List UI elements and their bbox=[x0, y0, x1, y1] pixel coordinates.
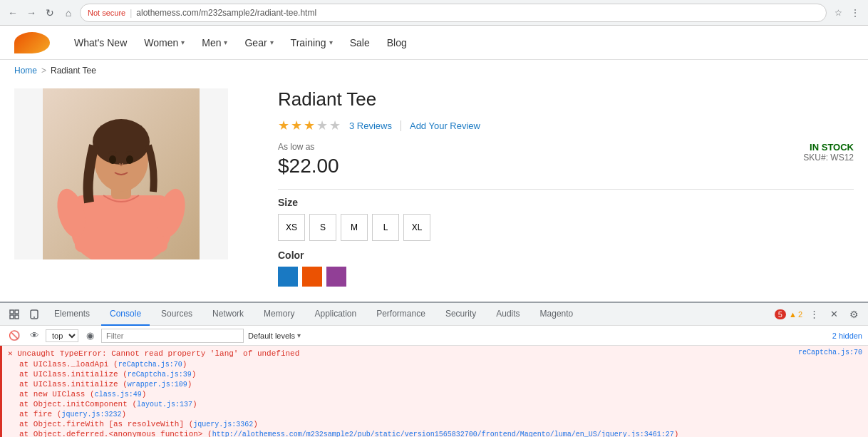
size-s[interactable]: S bbox=[309, 214, 336, 241]
chevron-down-icon: ▾ bbox=[224, 38, 227, 46]
sku-value: WS12 bbox=[830, 153, 854, 163]
svg-rect-12 bbox=[10, 315, 14, 319]
chevron-down-icon: ▾ bbox=[181, 38, 185, 46]
svg-point-9 bbox=[126, 155, 133, 164]
stack-link-5[interactable]: layout.js:137 bbox=[137, 401, 192, 408]
product-image bbox=[14, 88, 228, 259]
bookmark-button[interactable]: ☆ bbox=[831, 6, 845, 20]
devtools-settings-button[interactable]: ⚙ bbox=[845, 306, 862, 323]
stack-line-1: at UIClass._loadApi (reCaptcha.js:70) bbox=[8, 359, 862, 369]
nav-sale[interactable]: Sale bbox=[350, 37, 370, 48]
warning-badge: ▲ 2 bbox=[789, 310, 802, 319]
size-m[interactable]: M bbox=[341, 214, 368, 241]
console-error-entry: ✕ Uncaught TypeError: Cannot read proper… bbox=[0, 346, 868, 437]
star-5: ★ bbox=[329, 118, 341, 133]
stack-line-3: at UIClass.initialize (wrapper.js:109) bbox=[8, 379, 862, 389]
stack-link-3[interactable]: wrapper.js:109 bbox=[128, 381, 187, 389]
color-label: Color bbox=[278, 250, 854, 261]
star-1: ★ bbox=[278, 118, 289, 133]
stack-line-5: at Object.initComponent (layout.js:137) bbox=[8, 399, 862, 409]
console-eye-button[interactable]: 👁 bbox=[27, 329, 41, 343]
stack-link-8[interactable]: http://alothemess.com/m232sample2/pub/st… bbox=[212, 431, 674, 437]
star-2: ★ bbox=[291, 118, 302, 133]
tab-audits[interactable]: Audits bbox=[487, 303, 528, 326]
stock-info: IN STOCK SKU#: WS12 bbox=[803, 142, 854, 163]
console-levels-select[interactable]: Default levels ▾ bbox=[248, 331, 301, 340]
nav-gear[interactable]: Gear ▾ bbox=[244, 37, 273, 48]
size-l[interactable]: L bbox=[372, 214, 399, 241]
console-error-main: ✕ Uncaught TypeError: Cannot read proper… bbox=[8, 349, 862, 358]
stack-link-6[interactable]: jquery.js:3232 bbox=[61, 411, 121, 418]
console-context-eye[interactable]: ◉ bbox=[83, 329, 97, 343]
console-context-select[interactable]: top bbox=[46, 329, 78, 342]
devtools-inspect-button[interactable] bbox=[6, 306, 23, 323]
svg-point-7 bbox=[93, 119, 150, 165]
devtools-device-button[interactable] bbox=[26, 306, 43, 323]
stack-link-2[interactable]: reCaptcha.js:39 bbox=[128, 371, 192, 379]
stack-line-6: at fire (jquery.js:3232) bbox=[8, 409, 862, 419]
stack-line-4: at new UIClass (class.js:49) bbox=[8, 389, 862, 399]
tab-sources[interactable]: Sources bbox=[153, 303, 201, 326]
price-section: As low as $22.00 bbox=[278, 142, 339, 178]
tab-console[interactable]: Console bbox=[101, 303, 150, 326]
svg-point-15 bbox=[33, 317, 35, 318]
as-low-as-label: As low as bbox=[278, 142, 339, 152]
devtools-right-controls: 5 ▲ 2 ⋮ ✕ ⚙ bbox=[775, 306, 862, 323]
menu-button[interactable]: ⋮ bbox=[848, 6, 862, 20]
price-row: As low as $22.00 IN STOCK SKU#: WS12 bbox=[278, 142, 854, 178]
breadcrumb-current: Radiant Tee bbox=[51, 66, 96, 76]
size-xl[interactable]: XL bbox=[403, 214, 430, 241]
console-error-source[interactable]: reCaptcha.js:70 bbox=[798, 349, 862, 356]
nav-men[interactable]: Men ▾ bbox=[202, 37, 227, 48]
product-price: $22.00 bbox=[278, 155, 339, 178]
breadcrumb-home[interactable]: Home bbox=[14, 66, 37, 76]
devtools-close-button[interactable]: ✕ bbox=[825, 306, 842, 323]
product-layout: Radiant Tee ★ ★ ★ ★ ★ 3 Reviews Add Your… bbox=[0, 81, 868, 300]
color-orange[interactable] bbox=[302, 267, 322, 287]
warning-icon: ▲ bbox=[789, 310, 797, 319]
url-text: alothemess.com/m232sample2/radiant-tee.h… bbox=[136, 8, 316, 18]
tab-security[interactable]: Security bbox=[437, 303, 485, 326]
forward-button[interactable]: → bbox=[24, 6, 38, 20]
console-output: ✕ Uncaught TypeError: Cannot read proper… bbox=[0, 346, 868, 437]
console-filter-input[interactable] bbox=[101, 329, 244, 343]
sku: SKU#: WS12 bbox=[803, 153, 854, 163]
tab-elements[interactable]: Elements bbox=[46, 303, 98, 326]
nav-whats-new[interactable]: What's New bbox=[74, 37, 127, 48]
nav-training[interactable]: Training ▾ bbox=[291, 37, 333, 48]
size-xs[interactable]: XS bbox=[278, 214, 305, 241]
stock-status: IN STOCK bbox=[803, 142, 854, 153]
color-blue[interactable] bbox=[278, 267, 298, 287]
chevron-down-icon: ▾ bbox=[270, 38, 274, 46]
chevron-down-icon: ▾ bbox=[297, 331, 301, 339]
back-button[interactable]: ← bbox=[6, 6, 20, 20]
reload-button[interactable]: ↻ bbox=[43, 6, 57, 20]
site-navigation: What's New Women ▾ Men ▾ Gear ▾ Training… bbox=[0, 26, 868, 60]
svg-rect-11 bbox=[15, 310, 19, 314]
nav-blog[interactable]: Blog bbox=[387, 37, 407, 48]
breadcrumb: Home > Radiant Tee bbox=[0, 60, 868, 81]
console-error-text: ✕ Uncaught TypeError: Cannot read proper… bbox=[8, 349, 299, 358]
address-bar[interactable]: Not secure | alothemess.com/m232sample2/… bbox=[80, 4, 827, 22]
devtools-tabs-toolbar: Elements Console Sources Network Memory … bbox=[0, 303, 868, 326]
size-label: Size bbox=[278, 197, 854, 208]
site-logo[interactable] bbox=[14, 32, 50, 53]
stack-line-8: at Object.deferred.<anonymous function> … bbox=[8, 429, 862, 437]
home-button[interactable]: ⌂ bbox=[61, 6, 76, 20]
tab-memory[interactable]: Memory bbox=[255, 303, 303, 326]
nav-women[interactable]: Women ▾ bbox=[144, 37, 185, 48]
tab-application[interactable]: Application bbox=[306, 303, 365, 326]
tab-network[interactable]: Network bbox=[204, 303, 252, 326]
devtools-more-button[interactable]: ⋮ bbox=[805, 306, 822, 323]
tab-magento[interactable]: Magento bbox=[532, 303, 582, 326]
stack-link-4[interactable]: class.js:49 bbox=[95, 391, 142, 399]
stack-link-1[interactable]: reCaptcha.js:70 bbox=[118, 361, 182, 369]
chevron-down-icon: ▾ bbox=[329, 38, 333, 46]
color-purple[interactable] bbox=[326, 267, 346, 287]
tab-performance[interactable]: Performance bbox=[368, 303, 434, 326]
console-clear-button[interactable]: 🚫 bbox=[6, 327, 23, 344]
reviews-link[interactable]: 3 Reviews bbox=[349, 120, 392, 131]
browser-chrome: ← → ↻ ⌂ Not secure | alothemess.com/m232… bbox=[0, 0, 868, 26]
add-review-link[interactable]: Add Your Review bbox=[401, 120, 480, 131]
stack-link-7[interactable]: jquery.js:3362 bbox=[193, 421, 253, 428]
